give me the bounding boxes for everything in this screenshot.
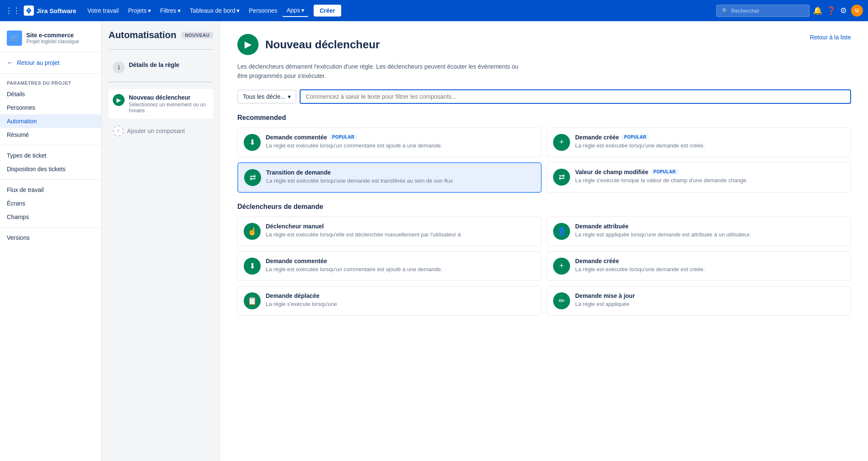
card-title-updated: Demande mise à jour	[575, 292, 635, 299]
sidebar-item-disposition[interactable]: Disposition des tickets	[0, 162, 101, 176]
card-desc-created-1: La règle est exécutée lorsqu'une demande…	[575, 142, 705, 150]
sidebar-divider-3	[0, 179, 101, 180]
sidebar-section-label: Paramètres du projet	[0, 77, 101, 87]
sidebar-project: 🛒 Site e-commerce Projet logiciel classi…	[0, 26, 101, 52]
sidebar-item-ecrans[interactable]: Écrans	[0, 197, 101, 210]
logo[interactable]: Jira Software	[24, 6, 76, 16]
recommended-cards-grid: ⬇ Demande commentée POPULAR La règle est…	[237, 128, 851, 193]
add-component[interactable]: + Ajouter un composant	[108, 122, 213, 140]
main-description: Les déclencheurs démarrent l'exécution d…	[237, 62, 526, 81]
new-badge: NOUVEAU	[181, 32, 213, 39]
section-declencheurs-title: Déclencheurs de demande	[237, 203, 851, 211]
sidebar-item-flux[interactable]: Flux de travail	[0, 183, 101, 197]
project-sub: Projet logiciel classique	[26, 39, 79, 44]
nav-filtres[interactable]: Filtres ▾	[156, 5, 185, 17]
sidebar-item-versions[interactable]: Versions	[0, 231, 101, 244]
step-rule-label: Détails de la règle	[129, 61, 179, 68]
trigger-play-button[interactable]: ▶	[237, 34, 259, 55]
notifications-icon[interactable]: 🔔	[813, 6, 822, 15]
card-desc-champ: La règle s'exécute lorsque la valeur de …	[575, 177, 748, 184]
card-icon-created-1: +	[553, 134, 570, 151]
section-recommended-title: Recommended	[237, 114, 851, 122]
sidebar-item-champs[interactable]: Champs	[0, 210, 101, 224]
sidebar-item-details[interactable]: Détails	[0, 87, 101, 101]
automation-title: Automatisation NOUVEAU	[108, 30, 213, 41]
jira-logo-icon	[24, 6, 34, 16]
search-bar[interactable]: 🔍 Rechercher	[716, 5, 810, 17]
card-transition-demande[interactable]: ⇄ Transition de demande La règle est exé…	[237, 162, 542, 193]
card-declencheur-manuel[interactable]: ☝ Déclencheur manuel La règle est exécut…	[237, 217, 542, 246]
card-desc-transition: La règle est exécutée lorsqu'une demande…	[266, 177, 453, 185]
back-to-project[interactable]: ← Retour au projet	[0, 56, 101, 70]
main-title: Nouveau déclencheur	[265, 38, 380, 51]
card-icon-created-2: +	[553, 258, 570, 275]
step-rule-details[interactable]: ℹ Détails de la règle	[108, 56, 213, 78]
logo-text: Jira Software	[36, 7, 76, 14]
card-demande-commentee-1[interactable]: ⬇ Demande commentée POPULAR La règle est…	[237, 128, 542, 157]
card-icon-deplacee: 📋	[244, 292, 261, 309]
card-title-champ: Valeur de champ modifiée POPULAR	[575, 169, 748, 175]
sidebar: 🛒 Site e-commerce Projet logiciel classi…	[0, 21, 102, 461]
nav-projets[interactable]: Projets ▾	[124, 5, 155, 17]
step-trigger-sub: Sélectionnez un événement ou un horaire.	[129, 102, 209, 114]
declencheurs-cards-grid: ☝ Déclencheur manuel La règle est exécut…	[237, 217, 851, 316]
card-demande-deplacee[interactable]: 📋 Demande déplacée La règle s'exécute lo…	[237, 286, 542, 316]
card-title-manuel: Déclencheur manuel	[266, 223, 461, 230]
card-desc-deplacee: La règle s'exécute lorsqu'une	[266, 300, 337, 308]
filter-dropdown[interactable]: Tous les décle... ▾	[237, 90, 296, 103]
card-title-created-2: Demande créée	[575, 258, 705, 264]
sidebar-divider-2	[0, 145, 101, 145]
sidebar-item-types[interactable]: Types de ticket	[0, 149, 101, 162]
back-to-list-link[interactable]: Retour à la liste	[810, 34, 851, 41]
nav-tableaux[interactable]: Tableaux de bord ▾	[186, 5, 244, 17]
card-title-deplacee: Demande déplacée	[266, 292, 337, 299]
sidebar-divider-4	[0, 227, 101, 228]
card-demande-creee-1[interactable]: + Demande créée POPULAR La règle est exé…	[547, 128, 851, 157]
card-demande-commentee-2[interactable]: ⬇ Demande commentée La règle est exécuté…	[237, 251, 542, 281]
step-trigger-title: Nouveau déclencheur	[129, 94, 209, 101]
step-nouveau-declencheur[interactable]: ▶ Nouveau déclencheur Sélectionnez un év…	[108, 89, 213, 119]
step-info-icon: ℹ	[113, 61, 125, 73]
card-desc-manuel: La règle est exécutée lorsqu'elle est dé…	[266, 231, 461, 239]
filter-dropdown-label: Tous les décle...	[243, 93, 285, 100]
card-valeur-champ[interactable]: ⇄ Valeur de champ modifiée POPULAR La rè…	[547, 162, 851, 193]
card-title-transition: Transition de demande	[266, 169, 453, 176]
main-content: Retour à la liste ▶ Nouveau déclencheur …	[220, 21, 868, 461]
card-title-comment-2: Demande commentée	[266, 258, 442, 264]
popular-badge-1: POPULAR	[330, 134, 357, 140]
nav-votre-travail[interactable]: Votre travail	[83, 5, 123, 17]
top-nav-icons: 🔔 ❓ ⚙ U	[813, 5, 863, 17]
help-icon[interactable]: ❓	[826, 6, 836, 15]
sidebar-item-automation[interactable]: Automation	[0, 114, 101, 128]
filter-row: Tous les décle... ▾	[237, 89, 851, 104]
top-nav-items: Votre travail Projets ▾ Filtres ▾ Tablea…	[83, 4, 309, 17]
nav-personnes[interactable]: Personnes	[245, 5, 281, 17]
add-component-label: Ajouter un composant	[127, 128, 185, 134]
sidebar-item-resume[interactable]: Résumé	[0, 128, 101, 142]
back-icon: ←	[7, 59, 14, 67]
card-demande-mise-a-jour[interactable]: ✏ Demande mise à jour La règle est appli…	[547, 286, 851, 316]
card-desc-comment-1: La règle est exécutée lorsqu'un commenta…	[266, 142, 442, 150]
main-header: ▶ Nouveau déclencheur	[237, 34, 851, 55]
step-play-icon: ▶	[113, 94, 125, 106]
nav-apps[interactable]: Apps ▾	[282, 4, 309, 17]
grid-icon[interactable]: ⋮⋮	[5, 6, 20, 15]
step-divider	[108, 49, 213, 50]
card-desc-updated: La règle est appliquée	[575, 300, 635, 308]
card-icon-attribuee: 👤	[553, 223, 570, 240]
avatar[interactable]: U	[851, 5, 863, 17]
sidebar-divider-1	[0, 73, 101, 74]
card-icon-champ: ⇄	[553, 169, 570, 186]
settings-icon[interactable]: ⚙	[840, 6, 847, 15]
search-placeholder: Rechercher	[731, 8, 760, 14]
filter-input[interactable]	[300, 89, 851, 104]
card-icon-transition: ⇄	[244, 169, 261, 186]
card-icon-comment-2: ⬇	[244, 258, 261, 275]
card-demande-attribuee[interactable]: 👤 Demande attribuée La règle est appliqu…	[547, 217, 851, 246]
card-demande-creee-2[interactable]: + Demande créée La règle est exécutée lo…	[547, 251, 851, 281]
card-title-comment-1: Demande commentée POPULAR	[266, 134, 442, 141]
sidebar-item-personnes[interactable]: Personnes	[0, 101, 101, 114]
search-icon: 🔍	[722, 8, 729, 14]
create-button[interactable]: Créer	[314, 5, 341, 17]
top-navigation: ⋮⋮ Jira Software Votre travail Projets ▾…	[0, 0, 868, 21]
